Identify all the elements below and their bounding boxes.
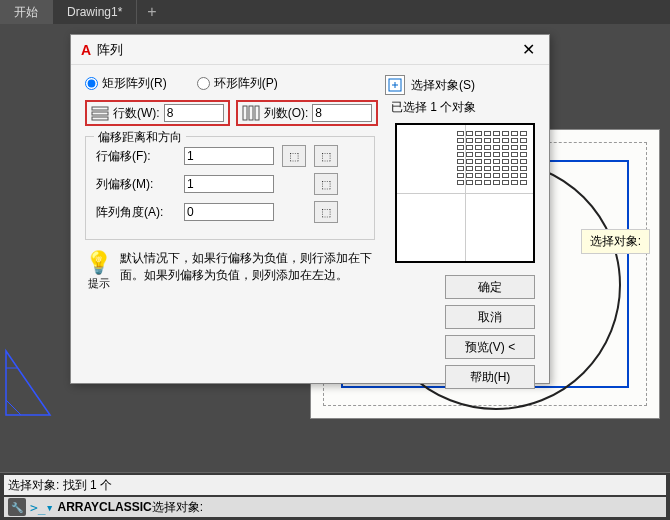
command-input-line[interactable]: 🔧 >_▾ ARRAYCLASSIC 选择对象:: [4, 497, 666, 517]
lightbulb-icon: 💡: [85, 250, 112, 276]
command-prompt-icon: >_▾: [30, 500, 53, 515]
preview-pane: [395, 123, 535, 263]
col-offset-label: 列偏移(M):: [96, 176, 176, 193]
hint-label: 提示: [85, 276, 112, 291]
radio-rect[interactable]: 矩形阵列(R): [85, 75, 167, 92]
angle-input[interactable]: [184, 203, 274, 221]
offset-legend: 偏移距离和方向: [94, 129, 186, 146]
row-offset-input[interactable]: [184, 147, 274, 165]
command-name: ARRAYCLASSIC: [57, 500, 151, 514]
command-history-line: 选择对象: 找到 1 个: [4, 475, 666, 495]
tab-drawing[interactable]: Drawing1*: [53, 0, 137, 24]
help-button[interactable]: 帮助(H): [445, 365, 535, 389]
dialog-title-text: 阵列: [97, 41, 518, 59]
array-dialog: A 阵列 ✕ 矩形阵列(R) 环形阵列(P): [70, 34, 550, 384]
rows-input[interactable]: [164, 104, 224, 122]
command-history-text: 选择对象: 找到 1 个: [8, 477, 112, 494]
cols-label: 列数(O):: [264, 105, 309, 122]
selection-tooltip: 选择对象:: [581, 229, 650, 254]
pick-both-offset-button[interactable]: ⬚: [282, 145, 306, 167]
ucs-icon: [3, 348, 53, 422]
command-rest: 选择对象:: [152, 499, 203, 516]
col-offset-input[interactable]: [184, 175, 274, 193]
radio-polar[interactable]: 环形阵列(P): [197, 75, 278, 92]
radio-rect-label: 矩形阵列(R): [102, 75, 167, 92]
preview-cross-h: [397, 193, 533, 194]
hint-row: 💡 提示 默认情况下，如果行偏移为负值，则行添加在下面。如果列偏移为负值，则列添…: [85, 250, 375, 291]
command-area: 选择对象: 找到 1 个 🔧 >_▾ ARRAYCLASSIC 选择对象:: [0, 472, 670, 520]
pick-row-offset-button[interactable]: ⬚: [314, 145, 338, 167]
svg-rect-1: [92, 112, 108, 115]
wrench-icon[interactable]: 🔧: [8, 498, 26, 516]
pick-col-offset-button[interactable]: ⬚: [314, 173, 338, 195]
cancel-button[interactable]: 取消: [445, 305, 535, 329]
radio-polar-input[interactable]: [197, 77, 210, 90]
angle-label: 阵列角度(A):: [96, 204, 176, 221]
rows-label: 行数(W):: [113, 105, 160, 122]
select-objects-label: 选择对象(S): [411, 77, 475, 94]
radio-polar-label: 环形阵列(P): [214, 75, 278, 92]
svg-rect-4: [249, 106, 253, 120]
ok-button[interactable]: 确定: [445, 275, 535, 299]
tabs-bar: 开始 Drawing1* +: [0, 0, 670, 24]
preview-button[interactable]: 预览(V) <: [445, 335, 535, 359]
svg-rect-3: [243, 106, 247, 120]
rows-icon: [91, 105, 109, 121]
cols-group: 列数(O):: [236, 100, 379, 126]
hint-text: 默认情况下，如果行偏移为负值，则行添加在下面。如果列偏移为负值，则列添加在左边。: [120, 250, 375, 291]
row-offset-label: 行偏移(F):: [96, 148, 176, 165]
radio-rect-input[interactable]: [85, 77, 98, 90]
offset-group: 偏移距离和方向 行偏移(F): ⬚ ⬚ 列偏移(M): ⬚: [85, 136, 375, 240]
app-logo-icon: A: [81, 42, 91, 58]
rows-group: 行数(W):: [85, 100, 230, 126]
cols-icon: [242, 105, 260, 121]
preview-grid: [457, 131, 527, 185]
tab-start[interactable]: 开始: [0, 0, 53, 24]
pick-angle-button[interactable]: ⬚: [314, 201, 338, 223]
workspace: 选择对象: A 阵列 ✕ 矩形阵列(R) 环形阵列(: [0, 24, 670, 472]
tab-add[interactable]: +: [137, 0, 166, 24]
svg-rect-2: [92, 117, 108, 120]
dialog-titlebar: A 阵列 ✕: [71, 35, 549, 65]
select-objects-button[interactable]: [385, 75, 405, 95]
svg-rect-0: [92, 107, 108, 110]
svg-rect-5: [255, 106, 259, 120]
cols-input[interactable]: [312, 104, 372, 122]
selected-count: 已选择 1 个对象: [391, 99, 535, 116]
close-icon[interactable]: ✕: [518, 40, 539, 59]
